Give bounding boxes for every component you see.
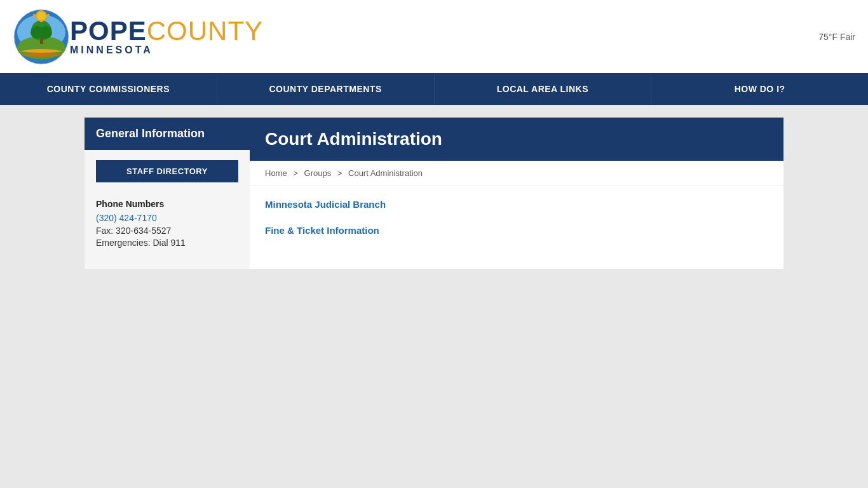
minnesota-judicial-branch-link[interactable]: Minnesota Judicial Branch (265, 199, 768, 210)
site-header: POPECOUNTY MINNESOTA 75°F Fair (0, 0, 868, 73)
sidebar: General Information STAFF DIRECTORY Phon… (85, 118, 250, 269)
logo-area: POPECOUNTY MINNESOTA (13, 8, 263, 65)
main-container: General Information STAFF DIRECTORY Phon… (85, 118, 783, 269)
staff-directory-button[interactable]: STAFF DIRECTORY (96, 160, 238, 182)
svg-rect-8 (40, 10, 43, 12)
sidebar-general-info-header: General Information (85, 118, 250, 150)
nav-county-commissioners[interactable]: COUNTY COMMISSIONERS (0, 73, 217, 105)
svg-rect-9 (40, 20, 43, 22)
breadcrumb-home[interactable]: Home (265, 168, 287, 178)
fax-number: Fax: 320-634-5527 (96, 226, 238, 236)
svg-rect-6 (40, 37, 43, 44)
nav-local-area-links[interactable]: LOCAL AREA LINKS (435, 73, 652, 105)
phone-numbers-title: Phone Numbers (96, 199, 238, 209)
page-title-bar: Court Administration (250, 118, 783, 161)
breadcrumb-sep-1: > (293, 168, 298, 178)
breadcrumb-groups[interactable]: Groups (304, 168, 332, 178)
svg-point-7 (36, 11, 46, 21)
main-nav: COUNTY COMMISSIONERS COUNTY DEPARTMENTS … (0, 73, 868, 105)
logo-text: POPECOUNTY MINNESOTA (70, 18, 263, 56)
fine-ticket-information-link[interactable]: Fine & Ticket Information (265, 225, 768, 236)
nav-how-do-i[interactable]: HOW DO I? (651, 73, 868, 105)
content-links: Minnesota Judicial Branch Fine & Ticket … (250, 186, 783, 264)
logo-minnesota: MINNESOTA (70, 44, 153, 56)
breadcrumb-sep-2: > (337, 168, 342, 178)
svg-point-5 (39, 26, 52, 39)
breadcrumb-current: Court Administration (348, 168, 423, 178)
page-title: Court Administration (265, 129, 768, 149)
phone-section: Phone Numbers (320) 424-7170 Fax: 320-63… (85, 193, 250, 256)
logo-county: COUNTY (147, 16, 263, 46)
county-logo (13, 8, 70, 65)
weather-display: 75°F Fair (818, 32, 855, 42)
logo-pope: POPE (70, 16, 147, 46)
content-area: Court Administration Home > Groups > Cou… (250, 118, 783, 269)
emergencies-text: Emergencies: Dial 911 (96, 238, 238, 248)
phone-link[interactable]: (320) 424-7170 (96, 213, 238, 223)
breadcrumb: Home > Groups > Court Administration (250, 161, 783, 186)
nav-county-departments[interactable]: COUNTY DEPARTMENTS (217, 73, 435, 105)
